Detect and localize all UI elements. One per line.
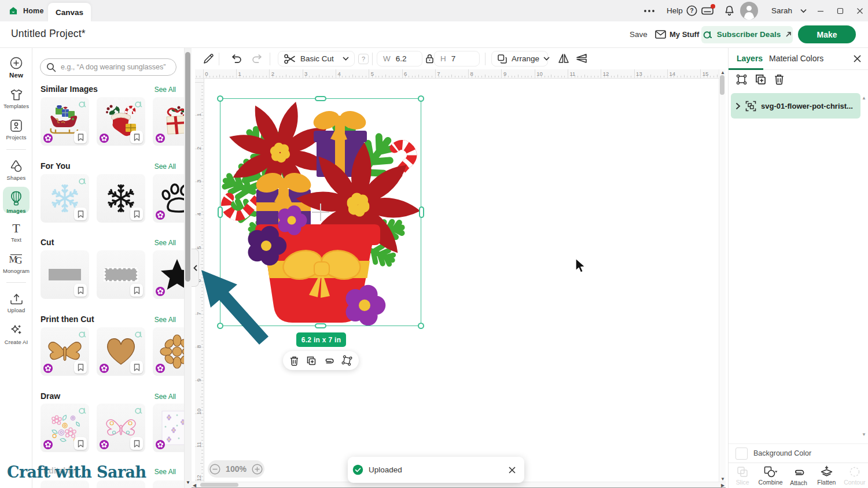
image-card-butterfly-sketch[interactable] [97,404,145,452]
notifications-bell-icon[interactable] [724,0,735,21]
bookmark-button[interactable] [130,437,143,450]
sidebar-item-upload[interactable]: Upload [0,293,32,313]
flatten-button[interactable]: Flatten [812,463,840,488]
selection-handle-top-left[interactable] [217,95,223,102]
combine-button[interactable]: Combine [756,463,784,488]
selection-handle-top-center[interactable] [315,96,326,101]
image-card-snowflake-black[interactable] [97,174,145,223]
sidebar-item-text[interactable]: T Text [0,222,32,243]
selection-handle-bottom-center[interactable] [315,323,326,328]
sidebar-item-create-ai[interactable]: Create AI [0,323,32,345]
sidebar-item-templates[interactable]: Templates [0,88,32,109]
user-avatar[interactable] [740,0,758,21]
image-card-rectangle[interactable] [41,250,89,299]
duplicate-button[interactable] [306,356,317,366]
width-input[interactable]: W 6.2 [377,51,422,66]
selection-handle-top-right[interactable] [418,95,424,102]
background-color-swatch[interactable] [735,448,748,460]
canvas-hscroll-thumb[interactable] [200,483,238,487]
sidebar-item-images[interactable]: Images [0,191,32,214]
selection-handle-middle-left[interactable] [218,206,223,218]
linetype-help-badge[interactable]: ? [358,54,369,64]
sidebar-item-monogram[interactable]: MG Monogram [0,252,32,274]
my-stuff-button[interactable]: My Stuff [655,21,699,47]
image-card-sleigh[interactable] [41,97,89,146]
arrange-select[interactable]: Arrange [491,51,548,66]
image-card-star[interactable] [153,250,184,299]
see-all-link[interactable]: See All [155,86,176,94]
bookmark-button[interactable] [74,208,87,220]
bookmark-button[interactable] [74,361,87,374]
delete-button[interactable] [289,356,299,366]
bookmark-button[interactable] [74,131,87,143]
image-search-input[interactable]: e.g., “A dog wearing sunglasses” [40,58,176,76]
layers-scroll-down-arrow[interactable]: ▼ [862,432,866,437]
canvas-vscroll-thumb[interactable] [720,75,724,95]
image-card-partial[interactable] [97,480,145,488]
image-card-partial[interactable] [153,480,184,488]
zoom-out-button[interactable] [209,464,220,475]
redo-button[interactable] [251,54,263,64]
image-card-stocking[interactable] [97,97,145,146]
user-menu[interactable]: Sarah [767,0,807,21]
image-card-paw-print[interactable] [153,174,184,223]
see-all-link[interactable]: See All [155,468,176,476]
bookmark-button[interactable] [130,284,143,297]
subscriber-deals-button[interactable]: Subscriber Deals [701,26,793,43]
panel-scroll-down-arrow[interactable]: ▼ [186,480,190,485]
image-card-flower-kraft[interactable] [153,327,184,376]
bookmark-button[interactable] [74,284,87,297]
bookmark-button[interactable] [130,131,143,143]
edit-pencil-icon[interactable] [203,53,215,65]
bookmark-button[interactable] [74,437,87,450]
window-close-button[interactable] [856,0,863,21]
machine-status-icon[interactable] [701,0,713,21]
canvas-scroll-right-arrow[interactable]: ▶ [721,483,724,488]
delete-layer-button[interactable] [774,73,785,86]
bookmark-button[interactable] [130,208,143,220]
selection-handle-bottom-right[interactable] [418,323,424,329]
see-all-link[interactable]: See All [155,316,176,324]
window-minimize-button[interactable] [817,0,824,21]
duplicate-layer-button[interactable] [755,73,767,86]
image-card-stamp-rectangle[interactable] [97,250,145,299]
see-all-link[interactable]: See All [155,239,176,247]
flip-vertical-icon[interactable] [575,53,588,64]
window-maximize-button[interactable] [837,0,844,21]
tab-material-colors[interactable]: Material Colors [769,54,823,63]
image-card-butterfly-kraft[interactable] [41,327,89,376]
toast-close-icon[interactable] [508,466,516,474]
linetype-select[interactable]: Basic Cut [278,51,355,66]
selection-handle-middle-right[interactable] [419,206,424,218]
more-menu-icon[interactable] [644,0,654,21]
image-card-flower-pattern[interactable] [153,404,184,452]
bookmark-button[interactable] [130,361,143,374]
sidebar-item-new[interactable]: New [0,56,32,79]
image-card-partial[interactable] [41,480,89,488]
lock-dimensions-icon[interactable] [425,54,434,64]
save-button[interactable]: Save [630,21,648,47]
zoom-in-button[interactable] [252,464,263,475]
canvas-scroll-down-arrow[interactable]: ▼ [720,476,725,482]
height-input[interactable]: H 7 [434,51,480,66]
see-all-link[interactable]: See All [155,162,176,171]
attach-dock-button[interactable]: Attach [785,463,812,488]
weld-button[interactable] [341,355,352,366]
layer-item[interactable]: svg-01-flower-pot-christ... [731,93,860,119]
image-card-snowflake-blue[interactable] [41,174,89,223]
sidebar-item-projects[interactable]: Projects [0,119,32,141]
layers-scroll-up-arrow[interactable]: ▲ [862,95,866,101]
canvas-vertical-scrollbar[interactable] [719,69,726,483]
images-panel-scrollbar-thumb[interactable] [185,52,190,282]
help-menu[interactable]: Help ? [667,0,697,21]
see-all-link[interactable]: See All [155,393,176,401]
canvas-scroll-up-arrow[interactable]: ▲ [720,70,725,75]
undo-button[interactable] [230,54,243,64]
panel-close-icon[interactable] [853,54,862,63]
make-button[interactable]: Make [798,25,856,43]
layer-expand-chevron-icon[interactable] [735,102,741,110]
flip-horizontal-icon[interactable] [557,53,570,64]
tab-layers[interactable]: Layers [737,54,763,63]
attach-button[interactable] [323,357,334,365]
image-card-gift-box[interactable] [153,97,184,146]
